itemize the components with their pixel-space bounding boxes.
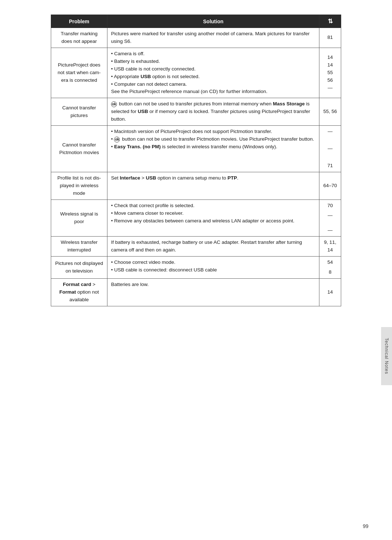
- ref-cell: 70 — —: [319, 200, 341, 237]
- transfer-arrows-icon: ⇅: [328, 18, 333, 25]
- solution-line: • Macintosh version of PictureProject do…: [111, 128, 315, 136]
- solution-cell: • Check that correct profile is selected…: [107, 200, 319, 237]
- solution-line: • ok button can not be used to transfer …: [111, 136, 315, 143]
- solution-cell: Pictures were marked for transfer using …: [107, 28, 319, 48]
- table-row: Profile list is not dis-played in wirele…: [51, 172, 341, 200]
- ref-cell: 9, 11, 14: [319, 237, 341, 257]
- solution-line: • Remove any obstacles between camera an…: [111, 217, 315, 225]
- solution-cell: If battery is exhausted, recharge batter…: [107, 237, 319, 257]
- table-row: Wireless transfer interrupted If battery…: [51, 237, 341, 257]
- solution-line: See the PictureProject reference manual …: [111, 88, 315, 96]
- solution-line: • Choose correct video mode.: [111, 259, 315, 266]
- ref-cell: 81: [319, 28, 341, 48]
- ok-icon: ok: [111, 101, 117, 107]
- solution-line: • Camera is off.: [111, 50, 315, 58]
- ref-cell: 14 14 55 56 —: [319, 48, 341, 98]
- solution-cell: • Macintosh version of PictureProject do…: [107, 126, 319, 172]
- table-row: Cannot transfer pictures ok button can n…: [51, 98, 341, 126]
- solution-line: • USB cable is connected: disconnect USB…: [111, 266, 315, 274]
- header-problem: Problem: [51, 15, 107, 28]
- page-number: 99: [363, 523, 368, 529]
- solution-line: • Move camera closer to receiver.: [111, 210, 315, 217]
- table-row: Transfer marking does not appear Picture…: [51, 28, 341, 48]
- format-option-label: Format: [60, 289, 76, 295]
- troubleshooting-table: Problem Solution ⇅ Transfer marking does…: [51, 15, 341, 306]
- table-row: Format card > Format option not availabl…: [51, 279, 341, 306]
- solution-line: • Easy Trans. (no PM) is selected in wir…: [111, 143, 315, 151]
- solution-cell: ok button can not be used to transfer pi…: [107, 98, 319, 126]
- ref-cell: — — 71: [319, 126, 341, 172]
- problem-cell: Profile list is not dis-played in wirele…: [51, 172, 107, 200]
- problem-cell: Format card > Format option not availabl…: [51, 279, 107, 306]
- sidebar-technical-notes: Technical Notes: [381, 327, 392, 385]
- ref-cell: 14: [319, 279, 341, 306]
- solution-cell: • Choose correct video mode. • USB cable…: [107, 257, 319, 279]
- format-card-label: Format card: [63, 282, 91, 287]
- solution-line: • Check that correct profile is selected…: [111, 202, 315, 210]
- solution-line: • Computer can not detect camera.: [111, 81, 315, 88]
- ok-icon-inline: ok: [114, 137, 120, 142]
- solution-line: • Appropriate USB option is not selected…: [111, 73, 315, 81]
- page-container: Problem Solution ⇅ Transfer marking does…: [29, 0, 363, 335]
- problem-cell: Transfer marking does not appear: [51, 28, 107, 48]
- ref-cell: 54 8: [319, 257, 341, 279]
- table-row: Wireless signal is poor • Check that cor…: [51, 200, 341, 237]
- table-row: Cannot transfer Pictmotion movies • Maci…: [51, 126, 341, 172]
- solution-line: • Battery is exhausted.: [111, 58, 315, 65]
- problem-cell: Cannot transfer Pictmotion movies: [51, 126, 107, 172]
- solution-line: • USB cable is not correctly connected.: [111, 65, 315, 73]
- problem-cell: Pictures not displayed on television: [51, 257, 107, 279]
- ref-cell: 64–70: [319, 172, 341, 200]
- solution-cell: • Camera is off. • Battery is exhausted.…: [107, 48, 319, 98]
- problem-cell: Wireless transfer interrupted: [51, 237, 107, 257]
- problem-cell: Wireless signal is poor: [51, 200, 107, 237]
- solution-cell: Set Interface > USB option in camera set…: [107, 172, 319, 200]
- header-icon: ⇅: [319, 15, 341, 28]
- ref-cell: 55, 56: [319, 98, 341, 126]
- solution-cell: Batteries are low.: [107, 279, 319, 306]
- header-solution: Solution: [107, 15, 319, 28]
- table-row: Pictures not displayed on television • C…: [51, 257, 341, 279]
- problem-cell: Cannot transfer pictures: [51, 98, 107, 126]
- problem-cell: PictureProject does not start when cam-e…: [51, 48, 107, 98]
- table-row: PictureProject does not start when cam-e…: [51, 48, 341, 98]
